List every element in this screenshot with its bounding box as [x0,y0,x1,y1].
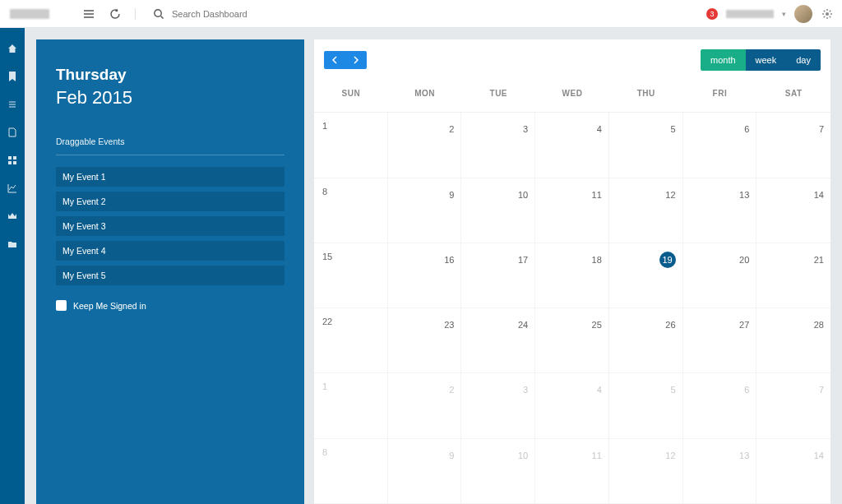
calendar-day-number: 9 [449,451,454,460]
menu-toggle-icon[interactable] [82,7,95,21]
calendar-day-number: 6 [744,124,749,134]
calendar-day-number: 13 [739,190,749,200]
calendar-cell[interactable]: 15 [314,243,388,308]
chart-icon[interactable] [7,183,18,194]
logo [10,9,49,19]
calendar-day-number: 17 [518,255,528,265]
next-button[interactable] [345,51,367,69]
calendar-cell[interactable]: 12 [609,178,683,243]
prev-button[interactable] [324,51,345,69]
calendar-cell[interactable]: 2 [388,113,462,178]
search-input[interactable] [172,9,295,19]
calendar-cell[interactable]: 19 [609,243,683,308]
keep-signed-checkbox[interactable] [56,300,67,311]
calendar-cell[interactable]: 24 [461,308,535,373]
calendar-cell[interactable]: 14 [756,178,830,243]
calendar-cell[interactable]: 28 [756,308,830,373]
calendar-panel: month week day SUNMONTUEWEDTHUFRISAT1234… [314,39,830,504]
calendar-cell[interactable]: 10 [461,178,535,243]
view-week-button[interactable]: week [746,49,787,71]
calendar-cell[interactable]: 27 [683,308,757,373]
calendar-cell[interactable]: 4 [535,373,609,438]
calendar-cell[interactable]: 7 [756,113,830,178]
calendar-cell[interactable]: 25 [535,308,609,373]
calendar-cell[interactable]: 8 [314,439,388,504]
calendar-day-number: 23 [444,320,454,330]
calendar-cell[interactable]: 2 [388,373,462,438]
calendar-dow-header: TUE [461,81,535,113]
calendar-day-today: 19 [659,252,676,268]
svg-rect-2 [8,156,12,160]
events-section-title: Draggable Events [56,136,285,146]
search-icon[interactable] [152,7,165,21]
calendar-cell[interactable]: 20 [683,243,757,308]
calendar-cell[interactable]: 23 [388,308,462,373]
calendar-cell[interactable]: 9 [388,178,462,243]
calendar-cell[interactable]: 11 [535,178,609,243]
svg-rect-5 [13,161,16,164]
calendar-day-number: 10 [518,190,528,200]
notification-badge[interactable]: 3 [706,8,718,20]
calendar-cell[interactable]: 12 [609,439,683,504]
calendar-grid: SUNMONTUEWEDTHUFRISAT1234567891011121314… [314,81,830,504]
grid-icon[interactable] [7,155,18,166]
chevron-down-icon[interactable]: ▾ [782,10,786,18]
calendar-day-number: 10 [518,451,528,460]
calendar-cell[interactable]: 5 [609,373,683,438]
calendar-day-number: 4 [597,385,602,395]
calendar-cell[interactable]: 5 [609,113,683,178]
calendar-cell[interactable]: 4 [535,113,609,178]
calendar-cell[interactable]: 1 [314,113,388,178]
calendar-cell[interactable]: 6 [683,113,757,178]
calendar-day-number: 1 [322,121,327,131]
calendar-cell[interactable]: 10 [461,439,535,504]
list-icon[interactable] [7,99,18,110]
calendar-day-number: 7 [819,124,824,134]
calendar-cell[interactable]: 17 [461,243,535,308]
calendar-day-number: 5 [670,385,675,395]
view-month-button[interactable]: month [701,49,746,71]
file-icon[interactable] [7,127,18,138]
calendar-cell[interactable]: 13 [683,439,757,504]
home-icon[interactable] [7,43,18,54]
refresh-icon[interactable] [109,7,122,21]
calendar-day-number: 15 [322,252,332,261]
view-day-button[interactable]: day [786,49,821,71]
calendar-day-number: 2 [449,385,454,395]
avatar[interactable] [794,5,812,23]
calendar-day-number: 11 [592,451,602,460]
folder-icon[interactable] [7,238,18,250]
event-item[interactable]: My Event 5 [56,266,285,285]
event-item[interactable]: My Event 3 [56,216,285,236]
calendar-cell[interactable]: 18 [535,243,609,308]
svg-rect-3 [13,156,16,160]
calendar-day-number: 1 [322,381,327,391]
calendar-cell[interactable]: 1 [314,373,388,438]
calendar-cell[interactable]: 11 [535,439,609,504]
calendar-cell[interactable]: 22 [314,308,388,373]
calendar-cell[interactable]: 3 [461,113,535,178]
calendar-views: month week day [701,49,821,71]
calendar-day-number: 14 [814,190,824,200]
crown-icon[interactable] [7,210,18,222]
gear-icon[interactable] [821,7,834,21]
calendar-cell[interactable]: 13 [683,178,757,243]
calendar-toolbar: month week day [314,39,830,81]
bookmark-icon[interactable] [7,71,18,82]
calendar-day-number: 3 [523,124,528,134]
event-item[interactable]: My Event 1 [56,167,285,187]
event-item[interactable]: My Event 4 [56,241,285,261]
svg-rect-4 [8,161,12,164]
calendar-day-number: 11 [592,190,602,200]
calendar-cell[interactable]: 9 [388,439,462,504]
calendar-cell[interactable]: 7 [756,373,830,438]
calendar-cell[interactable]: 14 [756,439,830,504]
calendar-cell[interactable]: 3 [461,373,535,438]
calendar-cell[interactable]: 26 [609,308,683,373]
calendar-cell[interactable]: 8 [314,178,388,243]
event-item[interactable]: My Event 2 [56,192,285,211]
calendar-cell[interactable]: 16 [388,243,462,308]
calendar-cell[interactable]: 6 [683,373,757,438]
events-list: My Event 1 My Event 2 My Event 3 My Even… [56,167,285,285]
calendar-cell[interactable]: 21 [756,243,830,308]
